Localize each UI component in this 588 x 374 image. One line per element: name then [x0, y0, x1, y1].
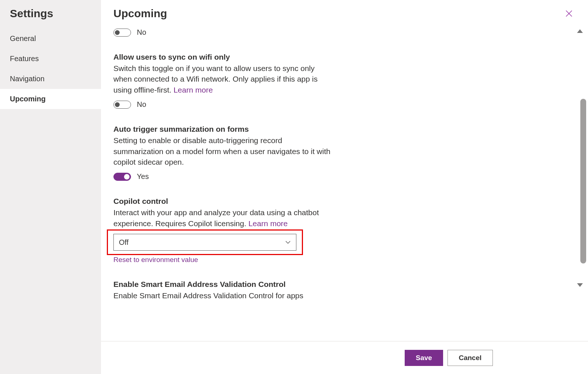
wifi-sync-desc: Switch this toggle on if you want to all… — [113, 63, 333, 95]
copilot-learn-more-link[interactable]: Learn more — [248, 219, 288, 228]
cancel-button[interactable]: Cancel — [447, 350, 493, 366]
copilot-select[interactable]: Off — [113, 234, 296, 251]
setting-summarization: Auto trigger summarization on forms Sett… — [113, 125, 333, 181]
close-button[interactable] — [562, 7, 576, 20]
setting-wifi-sync: Allow users to sync on wifi only Switch … — [113, 53, 333, 109]
smart-email-title: Enable Smart Email Address Validation Co… — [113, 280, 333, 289]
unnamed-toggle[interactable] — [113, 29, 131, 37]
sidebar-item-navigation[interactable]: Navigation — [0, 69, 101, 89]
summarization-title: Auto trigger summarization on forms — [113, 125, 333, 134]
copilot-desc: Interact with your app and analyze your … — [113, 207, 333, 229]
copilot-title: Copilot control — [113, 197, 333, 206]
smart-email-desc: Enable Smart Email Address Validation Co… — [113, 290, 333, 301]
unnamed-toggle-label: No — [137, 28, 146, 37]
save-button[interactable]: Save — [405, 350, 443, 366]
summarization-toggle-label: Yes — [137, 172, 149, 181]
setting-smart-email: Enable Smart Email Address Validation Co… — [113, 280, 333, 301]
sidebar-item-upcoming[interactable]: Upcoming — [0, 89, 101, 109]
page-title: Upcoming — [113, 7, 167, 20]
copilot-reset-link[interactable]: Reset to environment value — [113, 256, 198, 264]
main-panel: Upcoming No Allow users to s — [101, 0, 588, 374]
wifi-sync-toggle-label: No — [137, 100, 146, 109]
summarization-toggle[interactable] — [113, 173, 131, 181]
sidebar-title: Settings — [0, 7, 101, 29]
copilot-select-value: Off — [119, 238, 128, 247]
close-icon — [565, 9, 573, 18]
summarization-desc: Setting to enable or disable auto-trigge… — [113, 135, 333, 167]
footer-bar: Save Cancel — [101, 341, 588, 374]
settings-sidebar: Settings General Features Navigation Upc… — [0, 0, 101, 374]
setting-unnamed-toggle: No — [113, 28, 333, 37]
setting-copilot: Copilot control Interact with your app a… — [113, 197, 333, 264]
wifi-sync-toggle[interactable] — [113, 101, 131, 109]
sidebar-item-general[interactable]: General — [0, 29, 101, 49]
chevron-down-icon — [285, 239, 291, 245]
wifi-learn-more-link[interactable]: Learn more — [173, 86, 213, 94]
wifi-sync-title: Allow users to sync on wifi only — [113, 53, 333, 61]
sidebar-item-features[interactable]: Features — [0, 49, 101, 69]
